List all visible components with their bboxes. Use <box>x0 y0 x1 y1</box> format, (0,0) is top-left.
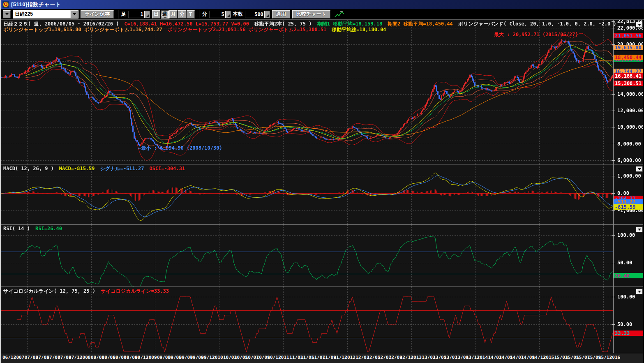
chevron-down-icon <box>638 229 641 231</box>
bars-label: 本数 <box>233 11 243 18</box>
date-label: 2012 <box>344 355 355 360</box>
minute-input[interactable] <box>209 11 226 18</box>
chevron-down-icon <box>5 13 9 15</box>
date-label: 2008 <box>80 355 91 360</box>
legend-segment: C=16,188.41 H=16,472.50 L=15,753.77 V=0.… <box>125 21 249 27</box>
timeframe-tick-button[interactable]: T <box>187 10 195 18</box>
price-pane-dropdown-button[interactable] <box>636 22 643 28</box>
spinner-icon <box>266 14 269 17</box>
timeframe-spinner-button[interactable] <box>145 11 150 18</box>
app-icon <box>2 1 9 8</box>
psych-legend: サイコロジカルライン( 12, 75, 25 )サイコロジカルライン=33.33 <box>3 288 174 295</box>
rsi-pane: RSI( 14 )RSI=26.40 <box>1 224 643 287</box>
legend-segment: ボリンジャーバンド( Close, 20, 1.0, -1.0, 0, 2.0,… <box>458 21 616 27</box>
timeframe-minute-button[interactable]: 分 <box>178 10 186 18</box>
psych-pane-dropdown-button[interactable] <box>636 289 643 294</box>
titlebar: [5110]指数チャート <box>1 0 644 9</box>
timeframe-input[interactable] <box>128 11 145 18</box>
legend-segment: RSI( 14 ) <box>3 226 30 231</box>
chart-area: 日経２２５( 週, 2006/08/05 - 2016/02/26 )C=16,… <box>1 20 643 353</box>
symbol-list-dropdown-button[interactable] <box>3 10 11 18</box>
date-label: 2011 <box>278 355 289 360</box>
chart-annotation: 最大 : 20,952.71 (2015/06/27) <box>494 31 578 38</box>
psych-chart-canvas[interactable] <box>1 287 613 353</box>
date-label: 2010 <box>212 355 223 360</box>
date-label: 2013 <box>411 355 422 360</box>
spinner-icon <box>146 14 149 17</box>
timeframe-label: 足 <box>121 11 126 18</box>
bars-field <box>245 11 270 18</box>
apply-button[interactable]: 適用 <box>272 10 290 18</box>
legend-segment: MACD=-815.59 <box>59 166 95 171</box>
date-axis: 06/12200707/0307/0507/0707/0907/12200808… <box>1 353 643 363</box>
rsi-legend: RSI( 14 )RSI=26.40 <box>3 226 67 231</box>
toolbar-separator <box>117 10 118 18</box>
timeframe-field <box>128 11 150 18</box>
date-label: 2016 <box>609 355 621 360</box>
bars-spinner-button[interactable] <box>265 11 270 18</box>
price-axis-border <box>613 20 614 353</box>
date-label: 2015 <box>543 355 554 360</box>
rsi-pane-dropdown-button[interactable] <box>636 227 643 232</box>
legend-segment: 期間2 移動平均=18,450.44 <box>388 21 453 27</box>
timeframe-week-button[interactable]: 週 <box>161 10 169 18</box>
date-label: 2009 <box>146 355 157 360</box>
chevron-down-icon <box>73 13 76 15</box>
legend-segment: RSI=26.40 <box>35 226 62 231</box>
legend-segment: サイコロジカルライン( 12, 75, 25 ) <box>3 288 95 294</box>
pane-separator <box>1 287 643 287</box>
minute-label: 分 <box>202 11 207 18</box>
minute-field <box>209 11 231 18</box>
trendline-tool-icon[interactable] <box>334 11 345 18</box>
compare-chart-button[interactable]: 比較チャート <box>292 10 330 18</box>
macd-chart-canvas[interactable] <box>1 164 613 224</box>
legend-segment: 移動平均線=18,180.04 <box>332 27 386 32</box>
timeframe-day-button[interactable]: 日 <box>152 10 160 18</box>
chevron-down-icon <box>638 168 641 170</box>
legend-segment: ボリンジャートップ1=19,615.80 ボリンジャーボトム1=16,744.2… <box>3 27 162 32</box>
chevron-down-icon <box>638 24 641 26</box>
price-chart-canvas[interactable] <box>1 20 613 164</box>
legend-segment: 移動平均2本( 25, 75 ) <box>254 21 312 27</box>
legend-segment: OSCI=-304.31 <box>149 166 185 171</box>
chart-annotation: ←最小 : 6,994.90 (2008/10/30) <box>138 145 222 152</box>
price-legend-line2: ボリンジャートップ1=19,615.80 ボリンジャーボトム1=16,744.2… <box>3 26 392 33</box>
toolbar: 日経225 ライン保存 足 日 週 月 分 T 分 本数 適用 比較チャート <box>1 9 644 20</box>
save-line-button[interactable]: ライン保存 <box>81 10 114 18</box>
psych-pane: サイコロジカルライン( 12, 75, 25 )サイコロジカルライン=33.33 <box>1 287 643 353</box>
legend-segment: 期間1 移動平均=18,159.18 <box>317 21 382 27</box>
macd-pane: MACD( 12, 26, 9 )MACD=-815.59シグナル=-511.2… <box>1 164 643 224</box>
macd-legend: MACD( 12, 26, 9 )MACD=-815.59シグナル=-511.2… <box>3 165 190 172</box>
symbol-combobox[interactable]: 日経225 <box>13 10 78 18</box>
app-window: [5110]指数チャート 日経225 ライン保存 足 日 週 月 分 T 分 本… <box>0 0 644 363</box>
symbol-value: 日経225 <box>13 11 70 18</box>
timeframe-month-button[interactable]: 月 <box>169 10 178 18</box>
date-label: 2007 <box>14 355 25 360</box>
macd-pane-dropdown-button[interactable] <box>636 166 643 172</box>
combobox-arrow-button[interactable] <box>70 10 78 18</box>
legend-segment: サイコロジカルライン=33.33 <box>101 288 169 294</box>
window-title: [5110]指数チャート <box>11 1 61 8</box>
legend-segment: 日経２２５( 週, 2006/08/05 - 2016/02/26 ) <box>3 21 119 27</box>
toolbar-separator <box>198 10 199 18</box>
legend-segment: シグナル=-511.27 <box>100 166 144 171</box>
pane-separator <box>1 164 643 164</box>
price-pane: 日経２２５( 週, 2006/08/05 - 2016/02/26 )C=16,… <box>1 20 643 164</box>
spinner-icon <box>227 14 230 17</box>
pane-separator <box>1 224 643 225</box>
date-label: 2014 <box>477 355 488 360</box>
rsi-chart-canvas[interactable] <box>1 224 613 287</box>
chevron-down-icon <box>638 291 641 293</box>
legend-segment: MACD( 12, 26, 9 ) <box>3 166 54 171</box>
bars-input[interactable] <box>245 11 265 18</box>
legend-segment: ボリンジャートップ2=21,051.56 ボリンジャーボトム2=15,308.5… <box>168 27 327 32</box>
minute-spinner-button[interactable] <box>226 11 231 18</box>
